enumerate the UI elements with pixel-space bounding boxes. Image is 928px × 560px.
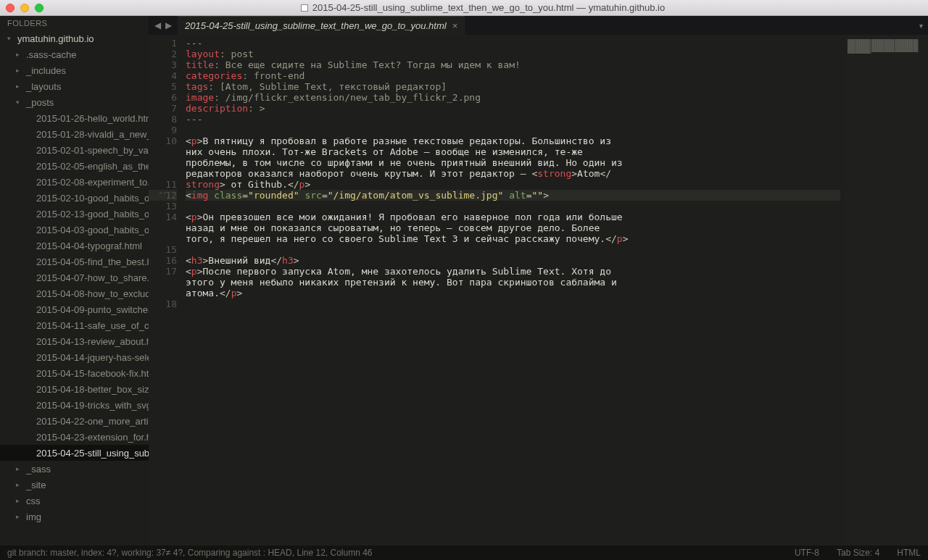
- status-bar: git branch: master, index: 4?, working: …: [0, 546, 928, 560]
- sidebar-file[interactable]: 2015-02-01-speech_by_vadim.html: [0, 142, 149, 158]
- chevron-right-icon: ▸: [16, 51, 23, 58]
- sidebar-file[interactable]: 2015-02-13-good_habits_of.html: [0, 206, 149, 222]
- sidebar-file[interactable]: 2015-04-03-good_habits_of.html: [0, 222, 149, 238]
- status-encoding[interactable]: UTF-8: [795, 548, 819, 558]
- tab-close-icon[interactable]: ×: [452, 20, 458, 31]
- nav-forward-icon[interactable]: ▶: [165, 20, 172, 30]
- status-syntax[interactable]: HTML: [897, 548, 921, 558]
- tab-label: 2015-04-25-still_using_sublime_text_then…: [185, 20, 447, 31]
- sidebar-file[interactable]: 2015-02-08-experiment_to.html: [0, 174, 149, 190]
- file-icon: [301, 4, 308, 12]
- nav-back-icon[interactable]: ◀: [154, 20, 161, 30]
- sidebar-file[interactable]: 2015-04-22-one_more_article.html: [0, 413, 149, 429]
- sidebar-folder[interactable]: ▸.sass-cache: [0, 46, 149, 62]
- tab-active[interactable]: 2015-04-25-still_using_sublime_text_then…: [178, 16, 465, 35]
- sidebar-file[interactable]: 2015-04-11-safe_use_of_cookies.html: [0, 317, 149, 333]
- code-editor[interactable]: ---layout: posttitle: Все еще сидите на …: [181, 35, 845, 546]
- tab-overflow-icon[interactable]: ▾: [914, 16, 928, 35]
- window-title: 2015-04-25-still_using_sublime_text_then…: [312, 2, 665, 13]
- close-window-button[interactable]: [6, 4, 14, 12]
- sidebar-file[interactable]: 2015-02-05-english_as_the.html: [0, 158, 149, 174]
- chevron-down-icon: ▾: [7, 35, 14, 42]
- status-git[interactable]: git branch: master, index: 4?, working: …: [7, 548, 373, 558]
- sidebar-file[interactable]: 2015-02-10-good_habits_of.html: [0, 190, 149, 206]
- sidebar-folder[interactable]: ▸_includes: [0, 62, 149, 78]
- sidebar-folder[interactable]: ▸_site: [0, 477, 149, 493]
- sidebar-file[interactable]: 2015-04-23-extension_for.html: [0, 429, 149, 445]
- sidebar-project[interactable]: ▾ymatuhin.github.io: [0, 30, 149, 46]
- chevron-right-icon: ▸: [16, 83, 23, 90]
- chevron-right-icon: ▸: [16, 465, 23, 472]
- chevron-right-icon: ▸: [16, 513, 23, 520]
- sidebar-folder[interactable]: ▸css: [0, 493, 149, 509]
- sidebar-file[interactable]: 2015-04-08-how_to_exclude.html: [0, 285, 149, 301]
- chevron-right-icon: ▸: [16, 497, 23, 504]
- traffic-lights: [6, 4, 44, 12]
- sidebar-file[interactable]: 2015-04-13-review_about.html: [0, 333, 149, 349]
- sidebar-file[interactable]: 2015-04-15-facebook-fix.html: [0, 365, 149, 381]
- sidebar-file[interactable]: 2015-04-19-tricks_with_svg.html: [0, 397, 149, 413]
- sidebar-file[interactable]: 2015-01-26-hello_world.html: [0, 110, 149, 126]
- status-tabsize[interactable]: Tab Size: 4: [837, 548, 879, 558]
- sidebar-file[interactable]: 2015-04-04-typograf.html: [0, 238, 149, 254]
- zoom-window-button[interactable]: [35, 4, 44, 12]
- tab-bar: ◀ ▶ 2015-04-25-still_using_sublime_text_…: [149, 16, 928, 35]
- chevron-right-icon: ▸: [16, 67, 23, 74]
- chevron-right-icon: ▸: [16, 481, 23, 488]
- sidebar-file[interactable]: 2015-04-09-punto_switcher.html: [0, 301, 149, 317]
- sidebar-header: FOLDERS: [0, 16, 149, 30]
- sidebar-folder[interactable]: ▸img: [0, 509, 149, 525]
- sidebar-file[interactable]: 2015-04-07-how_to_share.html: [0, 269, 149, 285]
- chevron-down-icon: ▾: [16, 99, 23, 106]
- line-gutter[interactable]: 12345678910 11121314 151617 18: [149, 35, 181, 546]
- sidebar-file[interactable]: 2015-04-05-find_the_best.html: [0, 254, 149, 269]
- minimap[interactable]: ▄▄▄▄▄▄▄▄▄▄▄▄▄▄▄▄▄▄▄▄▄▄▄▄▄▄▄▄▄▄▄▄▄▄▄▄▄▄▄▄…: [845, 35, 928, 546]
- window-titlebar: 2015-04-25-still_using_sublime_text_then…: [0, 0, 928, 16]
- sidebar-folder[interactable]: ▸_layouts: [0, 78, 149, 94]
- minimize-window-button[interactable]: [20, 4, 29, 12]
- sidebar-file[interactable]: 2015-04-25-still_using_sublime.html: [0, 445, 149, 461]
- sidebar-folder-posts[interactable]: ▾_posts: [0, 94, 149, 110]
- sidebar-file[interactable]: 2015-04-18-better_box_sizing.html: [0, 381, 149, 397]
- sidebar-file[interactable]: 2015-04-14-jquery-has-selector.html: [0, 349, 149, 365]
- sidebar[interactable]: FOLDERS ▾ymatuhin.github.io ▸.sass-cache…: [0, 16, 149, 546]
- sidebar-folder[interactable]: ▸_sass: [0, 461, 149, 477]
- sidebar-file[interactable]: 2015-01-28-vivaldi_a_new_browser.html: [0, 126, 149, 142]
